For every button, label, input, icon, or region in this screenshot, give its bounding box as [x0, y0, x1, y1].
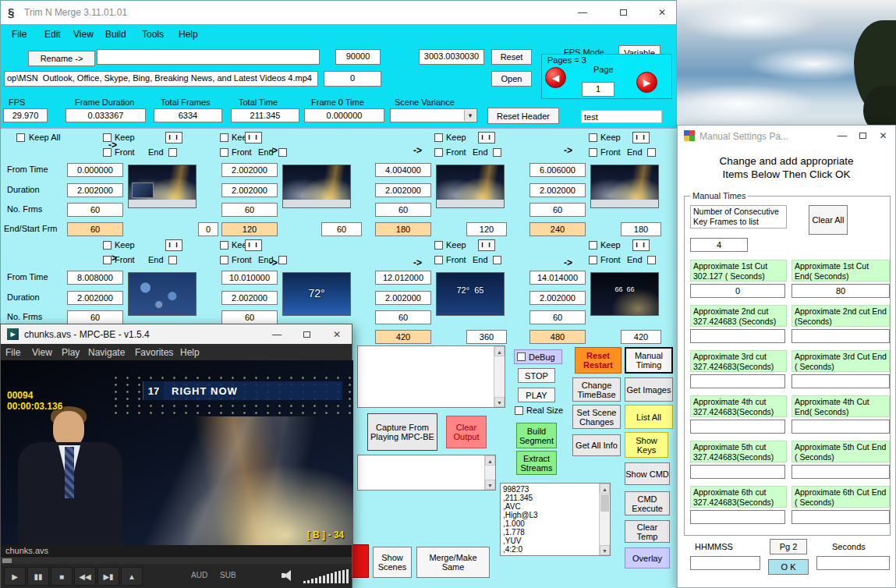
front-checkbox[interactable]	[220, 148, 228, 157]
end-checkbox[interactable]	[493, 148, 501, 157]
cut-4-input[interactable]	[690, 420, 785, 434]
menu-help[interactable]: Help	[180, 347, 200, 358]
cut-2-end-input[interactable]	[792, 329, 890, 343]
duration-field[interactable]: 2.002000	[529, 183, 586, 197]
end-frame-field[interactable]: 480	[529, 330, 586, 344]
frames-field[interactable]: 60	[67, 310, 123, 324]
cut-6-end-input[interactable]	[792, 510, 890, 524]
list-all-button[interactable]: List All	[625, 405, 673, 429]
minimize-button[interactable]: —	[567, 1, 598, 24]
front-checkbox[interactable]	[103, 256, 112, 264]
set-scene-changes-button[interactable]: Set Scene Changes	[572, 405, 621, 429]
scrollbar[interactable]: ▲ ▼	[599, 484, 610, 555]
total-frames-input[interactable]: 90000	[335, 49, 381, 65]
seconds-input[interactable]	[816, 556, 890, 570]
clear-output-button[interactable]: Clear Output	[446, 416, 487, 448]
frame-step-icon[interactable]: ▶▮	[97, 567, 119, 586]
duration-field[interactable]: 2.002000	[221, 183, 278, 197]
change-timebase-button[interactable]: Change TimeBase	[572, 377, 621, 402]
menu-tools[interactable]: Tools	[142, 29, 164, 40]
capture-from-mpc-button[interactable]: Capture From Playing MPC-BE	[367, 413, 437, 451]
duration-field[interactable]: 2.002000	[67, 291, 123, 305]
end-checkbox[interactable]	[647, 148, 656, 157]
timebase-input[interactable]: 3003.0030030	[419, 49, 484, 65]
overlay-button[interactable]: Overlay	[625, 547, 670, 569]
clear-temp-button[interactable]: Clear Temp	[625, 520, 670, 543]
frames-field[interactable]: 60	[375, 203, 431, 217]
duration-field[interactable]: 2.002000	[375, 291, 431, 305]
consecutive-keyframes-input[interactable]: 4	[690, 238, 748, 252]
build-segment-button[interactable]: Build Segment	[516, 423, 557, 448]
front-checkbox[interactable]	[434, 256, 443, 264]
sub-label[interactable]: SUB	[220, 571, 236, 579]
from-time-field[interactable]: 10.010000	[221, 271, 278, 285]
start-frame-field[interactable]: 360	[466, 330, 507, 344]
scroll-down-icon[interactable]: ▼	[600, 545, 610, 555]
start-frame-field[interactable]: 0	[198, 222, 218, 236]
frames-field[interactable]: 60	[529, 203, 586, 217]
aud-label[interactable]: AUD	[191, 571, 207, 579]
total-frames-field[interactable]: 6334	[154, 108, 222, 122]
close-button[interactable]: ✕	[873, 126, 894, 146]
fps-field[interactable]: 29.970	[3, 108, 48, 122]
from-time-field[interactable]: 14.014000	[529, 271, 586, 285]
name-input[interactable]	[97, 49, 320, 65]
frames-field[interactable]: 60	[67, 203, 123, 217]
maximize-button[interactable]	[607, 1, 639, 24]
seek-bar[interactable]	[1, 556, 352, 564]
segment-thumbnail[interactable]: 66 66	[590, 272, 659, 316]
frame-duration-field[interactable]: 0.033367	[66, 108, 146, 122]
frames-field[interactable]: 60	[529, 310, 586, 324]
frames-field[interactable]: 60	[375, 310, 431, 324]
keep-checkbox[interactable]	[103, 241, 112, 250]
from-time-field[interactable]: 0.000000	[67, 163, 123, 177]
pause-icon[interactable]: ▮▮	[27, 567, 49, 586]
show-keys-button[interactable]: Show Keys	[625, 432, 668, 458]
cut-5-end-input[interactable]	[792, 465, 890, 479]
end-frame-field[interactable]: 120	[221, 222, 278, 236]
menu-file[interactable]: File	[5, 347, 20, 358]
pause-frames-button[interactable]: I I	[478, 239, 495, 251]
menu-navigate[interactable]: Navigate	[88, 347, 125, 358]
segment-thumbnail[interactable]	[128, 272, 197, 316]
pause-frames-button[interactable]: I I	[245, 132, 262, 143]
pause-frames-button[interactable]: I I	[478, 132, 495, 143]
total-time-field[interactable]: 211.345	[231, 108, 299, 122]
duration-field[interactable]: 2.002000	[221, 291, 278, 305]
test-field[interactable]: test	[581, 110, 662, 123]
start-frame-field[interactable]: 60	[321, 222, 362, 236]
eject-icon[interactable]: ▲	[121, 567, 143, 586]
ok-button[interactable]: O K	[768, 559, 809, 575]
offset-input[interactable]: 0	[324, 71, 381, 87]
cut-1-end-input[interactable]: 80	[792, 284, 890, 298]
media-info-list[interactable]: 998273 ,211.345 ,AVC ,High@L3 ,1.000 ,1.…	[500, 483, 611, 556]
open-button[interactable]: Open	[491, 71, 532, 87]
cut-3-end-input[interactable]	[792, 374, 890, 388]
end-checkbox[interactable]	[168, 256, 177, 264]
minimize-button[interactable]: —	[832, 126, 852, 146]
menu-build[interactable]: Build	[105, 29, 126, 40]
menu-file[interactable]: File	[12, 29, 27, 40]
end-frame-field[interactable]: 240	[529, 222, 586, 236]
end-checkbox[interactable]	[493, 256, 501, 264]
cut-2-input[interactable]	[690, 329, 785, 343]
front-checkbox[interactable]	[589, 148, 597, 157]
segment-thumbnail[interactable]	[128, 165, 197, 208]
partially-hidden-red-button[interactable]	[350, 544, 369, 578]
menu-edit[interactable]: Edit	[44, 29, 61, 40]
start-frame-field[interactable]: 420	[621, 330, 661, 344]
manual-titlebar[interactable]: Manual Settings Pa... — ✕	[678, 126, 895, 146]
duration-field[interactable]: 2.002000	[529, 291, 586, 305]
reset-button[interactable]: Reset	[491, 49, 532, 65]
debug-checkbox[interactable]	[517, 352, 526, 361]
stop-icon[interactable]: ■	[51, 567, 73, 586]
end-checkbox[interactable]	[278, 256, 287, 264]
keep-checkbox[interactable]	[103, 133, 112, 142]
rename-button[interactable]: Rename ->	[28, 51, 95, 66]
maximize-button[interactable]	[852, 126, 873, 146]
segment-thumbnail[interactable]	[590, 165, 659, 208]
start-frame-field[interactable]: 180	[621, 222, 661, 236]
menu-view[interactable]: View	[73, 29, 94, 40]
pause-frames-button[interactable]: I I	[632, 239, 650, 251]
main-titlebar[interactable]: § Trim N Merge 3.11.01.01 — ✕	[1, 1, 676, 24]
